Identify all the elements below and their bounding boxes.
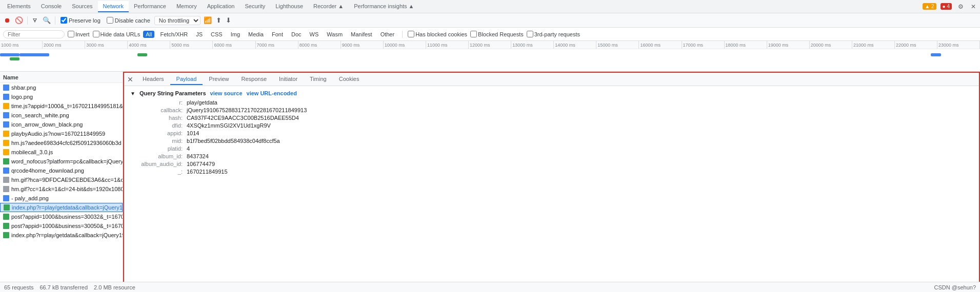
invert-checkbox[interactable]: Invert bbox=[68, 31, 90, 37]
tab-timing[interactable]: Timing bbox=[304, 74, 333, 85]
wifi-button[interactable]: 📶 bbox=[203, 15, 213, 25]
list-item[interactable]: time.js?appid=1000&_t=167021184995181&_r… bbox=[0, 101, 123, 111]
disable-cache-label: Disable cache bbox=[115, 17, 150, 24]
tick-9: 10000 ms bbox=[384, 41, 426, 49]
list-item-selected[interactable]: index.php?r=play/getdata&callback=jQuery… bbox=[0, 203, 123, 212]
preserve-log-input[interactable] bbox=[61, 17, 67, 24]
disable-cache-checkbox[interactable]: Disable cache bbox=[107, 17, 150, 24]
search-button[interactable]: 🔍 bbox=[42, 15, 52, 25]
param-val-callback: jQuery191067528831721702281670211849913 bbox=[187, 107, 307, 113]
tab-console[interactable]: Console bbox=[36, 1, 67, 12]
tab-recorder[interactable]: Recorder ▲ bbox=[308, 1, 349, 12]
type-doc-button[interactable]: Doc bbox=[289, 31, 304, 38]
tab-sources[interactable]: Sources bbox=[67, 1, 97, 12]
file-list: Name shbar.png logo.png time.js?appid=10… bbox=[0, 72, 123, 292]
tab-cookies[interactable]: Cookies bbox=[333, 74, 366, 85]
list-item[interactable]: playbyAudio.js?now=1670211849959 bbox=[0, 129, 123, 138]
type-js-button[interactable]: JS bbox=[193, 31, 205, 38]
list-item[interactable]: hm.gif?cc=1&ck=1&cl=24-bit&ds=1920x1080 bbox=[0, 184, 123, 194]
param-key-mid: mid: bbox=[130, 138, 187, 144]
tick-2: 3000 ms bbox=[85, 41, 128, 49]
param-key-album-audio-id: album_audio_id: bbox=[130, 161, 187, 167]
settings-button[interactable]: ⚙ bbox=[956, 2, 966, 11]
file-icon bbox=[4, 204, 10, 211]
blocked-requests-checkbox[interactable]: Blocked Requests bbox=[470, 31, 524, 37]
waterfall-bar-5 bbox=[931, 53, 941, 56]
type-ws-button[interactable]: WS bbox=[307, 31, 322, 38]
tab-network[interactable]: Network bbox=[98, 1, 129, 12]
tab-headers[interactable]: Headers bbox=[136, 74, 170, 85]
filter-button[interactable]: ⛛ bbox=[31, 15, 39, 25]
detail-close-button[interactable]: ✕ bbox=[124, 75, 136, 84]
tab-perf-insights[interactable]: Performance insights ▲ bbox=[349, 1, 419, 12]
tab-payload[interactable]: Payload bbox=[170, 74, 203, 85]
list-item[interactable]: icon_arrow_down_black.png bbox=[0, 120, 123, 129]
list-item[interactable]: index.php?r=play/getdata&callback=jQuery… bbox=[0, 231, 123, 240]
tab-lighthouse[interactable]: Lighthouse bbox=[270, 1, 308, 12]
third-party-checkbox[interactable]: 3rd-party requests bbox=[527, 31, 580, 37]
tick-16: 17000 ms bbox=[682, 41, 725, 49]
close-devtools-button[interactable]: ✕ bbox=[969, 2, 978, 11]
type-all-button[interactable]: All bbox=[143, 31, 154, 38]
invert-input[interactable] bbox=[68, 31, 74, 37]
blocked-cookies-checkbox[interactable]: Has blocked cookies bbox=[408, 31, 467, 37]
view-source-link[interactable]: view source bbox=[210, 90, 243, 96]
tab-initiator[interactable]: Initiator bbox=[273, 74, 304, 85]
tab-elements[interactable]: Elements bbox=[2, 1, 36, 12]
type-img-button[interactable]: Img bbox=[228, 31, 243, 38]
param-key-r: r: bbox=[130, 99, 187, 106]
tab-preview[interactable]: Preview bbox=[203, 74, 235, 85]
list-item[interactable]: mobilecall_3.0.js bbox=[0, 148, 123, 157]
import-button[interactable]: ⬆ bbox=[215, 15, 223, 25]
export-button[interactable]: ⬇ bbox=[225, 15, 232, 25]
list-item[interactable]: hm.gif?hca=9DFDCAE9CEBDE3A6&cc=1&ck=1 bbox=[0, 175, 123, 184]
list-item[interactable]: post?appid=1000&business=30050&_t=167021 bbox=[0, 221, 123, 231]
status-resources: 2.0 MB resource bbox=[94, 284, 135, 290]
type-css-button[interactable]: CSS bbox=[208, 31, 225, 38]
tick-20: 21000 ms bbox=[852, 41, 895, 49]
list-item[interactable]: hm.js?aedee6983d4cfc62f50912936060b3d bbox=[0, 138, 123, 148]
view-url-encoded-link[interactable]: view URL-encoded bbox=[247, 90, 297, 96]
param-val-underscore: 1670211849915 bbox=[187, 169, 228, 175]
filter-input[interactable] bbox=[3, 30, 65, 38]
file-icon bbox=[3, 149, 9, 155]
file-name: post?appid=1000&business=30032&_t=167021 bbox=[11, 214, 123, 220]
file-icon bbox=[3, 186, 9, 192]
preserve-log-checkbox[interactable]: Preserve log bbox=[61, 17, 101, 24]
tick-10: 11000 ms bbox=[426, 41, 469, 49]
blocked-requests-input[interactable] bbox=[470, 31, 477, 37]
third-party-input[interactable] bbox=[527, 31, 533, 37]
tab-performance[interactable]: Performance bbox=[129, 1, 171, 12]
tab-application[interactable]: Application bbox=[202, 1, 240, 12]
list-item[interactable]: logo.png bbox=[0, 92, 123, 101]
clear-button[interactable]: 🚫 bbox=[14, 15, 24, 25]
type-fetchxhr-button[interactable]: Fetch/XHR bbox=[157, 31, 190, 38]
type-manifest-button[interactable]: Manifest bbox=[348, 31, 375, 38]
tick-14: 15000 ms bbox=[596, 41, 639, 49]
type-font-button[interactable]: Font bbox=[269, 31, 286, 38]
warning-badge: ▲ 2 bbox=[923, 3, 936, 10]
list-item[interactable]: shbar.png bbox=[0, 83, 123, 92]
throttling-select[interactable]: No throttling bbox=[154, 16, 201, 25]
hide-data-urls-checkbox[interactable]: Hide data URLs bbox=[93, 31, 141, 37]
tab-memory[interactable]: Memory bbox=[171, 1, 202, 12]
type-media-button[interactable]: Media bbox=[246, 31, 266, 38]
type-wasm-button[interactable]: Wasm bbox=[324, 31, 345, 38]
list-item[interactable]: icon_search_white.png bbox=[0, 111, 123, 120]
file-list-header-label: Name bbox=[3, 74, 18, 80]
tab-response[interactable]: Response bbox=[235, 74, 273, 85]
tab-security[interactable]: Security bbox=[239, 1, 270, 12]
param-row-platid: platid: 4 bbox=[130, 145, 973, 152]
type-other-button[interactable]: Other bbox=[378, 31, 397, 38]
disable-cache-input[interactable] bbox=[107, 17, 113, 24]
section-toggle-icon[interactable]: ▼ bbox=[130, 91, 135, 96]
file-name: logo.png bbox=[11, 94, 33, 100]
record-button[interactable]: ⏺ bbox=[3, 15, 12, 25]
list-item[interactable]: post?appid=1000&business=30032&_t=167021 bbox=[0, 212, 123, 221]
blocked-cookies-input[interactable] bbox=[408, 31, 414, 37]
list-item[interactable]: qrcode4home_download.png bbox=[0, 166, 123, 175]
list-item[interactable]: - paly_add.png bbox=[0, 194, 123, 203]
file-icon bbox=[3, 121, 9, 128]
list-item[interactable]: word_nofocus?platform=pc&callback=jQuery… bbox=[0, 157, 123, 166]
hide-data-urls-input[interactable] bbox=[93, 31, 99, 37]
